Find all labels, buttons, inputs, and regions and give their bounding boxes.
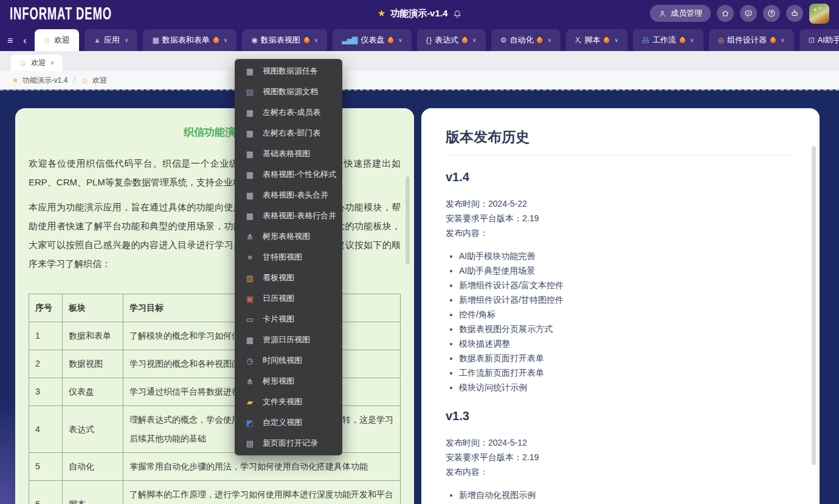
nav-item-label: 组件设计器 — [727, 35, 767, 46]
nav-item-icon: ⚙ — [500, 36, 506, 44]
dropdown-item[interactable]: ▤ 视图数据源文档 — [235, 81, 342, 102]
platform-requirement: 安装要求平台版本：2.19 — [446, 450, 795, 464]
breadcrumb-page[interactable]: ☺ 欢迎 — [81, 75, 107, 86]
nav-item-label: 工作流 — [652, 35, 676, 46]
dropdown-item[interactable]: ◷ 时间线视图 — [235, 350, 342, 371]
release-content-label: 发布内容： — [446, 226, 795, 240]
breadcrumb-separator: / — [73, 76, 75, 85]
home-button[interactable] — [717, 5, 734, 22]
nav-item[interactable]: ◎ 组件设计器 — [709, 29, 794, 51]
home-icon — [721, 9, 730, 18]
dropdown-item[interactable]: ▭ 卡片视图 — [235, 309, 342, 330]
dropdown-item[interactable]: ▦ 视图数据源任务 — [235, 61, 342, 81]
cell-goal: 掌握常用自动化步骤的用法，学习如何使用自动化搭建具体功能 — [123, 453, 401, 481]
nav-item-label: 应用 — [104, 35, 120, 46]
dropdown-item-label: 文件夹视图 — [263, 396, 302, 407]
release-item: 模块访问统计示例 — [459, 380, 795, 395]
fire-icon — [461, 36, 469, 44]
tab-welcome[interactable]: ☺ 欢迎 × — [11, 55, 63, 71]
nav-item[interactable]: X, 脚本 — [566, 29, 627, 51]
view-type-icon: ≡ — [245, 253, 255, 262]
cell-module: 仪表盘 — [63, 378, 123, 406]
dropdown-item-label: 左树右表-部门表 — [263, 128, 320, 139]
nav-item-label: AI助手 — [818, 35, 839, 46]
dropdown-item[interactable]: ▣ 日历视图 — [235, 288, 342, 309]
fire-icon — [212, 36, 220, 44]
dropdown-item-label: 看板视图 — [263, 272, 294, 283]
view-type-icon: ▣ — [245, 294, 255, 303]
column-header: 板块 — [63, 294, 123, 322]
hamburger-menu-icon[interactable]: ≡ — [7, 36, 13, 46]
nav-item[interactable]: 品 工作流 — [633, 29, 703, 51]
breadcrumb-page-label: 欢迎 — [92, 75, 107, 86]
nav-item[interactable]: ◉ 数据表视图 — [242, 29, 327, 51]
dropdown-item[interactable]: ⋔ 树形视图 — [235, 371, 342, 392]
cell-module: 表达式 — [63, 406, 123, 453]
nav-item[interactable]: ☺ 欢迎 — [35, 29, 79, 51]
cell-index: 3 — [29, 378, 63, 406]
column-header: 序号 — [29, 294, 63, 322]
member-management-button[interactable]: 成员管理 — [650, 5, 711, 22]
version-sections: v1.4 发布时间：2024-5-22 安装要求平台版本：2.19 发布内容： … — [446, 170, 795, 504]
view-type-icon: ⋔ — [245, 232, 255, 241]
cell-module: 数据和表单 — [63, 322, 123, 350]
module-nav: ≡ ‹ ☺ 欢迎 ▲ 应用 ▦ — [0, 27, 839, 51]
dropdown-item[interactable]: ▦ 左树右表-部门表 — [235, 123, 342, 143]
dropdown-item[interactable]: ▦ 表格视图-个性化样式 — [235, 164, 342, 185]
welcome-panel: 织信功能演示 欢迎各位使用织信低代码平台。织信是一个企业级低代码平台，可通过平台… — [15, 108, 414, 504]
nav-item[interactable]: { } 表达式 — [417, 29, 486, 51]
dropdown-item[interactable]: ▰ 文件夹视图 — [235, 392, 342, 412]
dropdown-item[interactable]: ≡ 甘特图视图 — [235, 247, 342, 268]
nav-item[interactable]: ⚙ 自动化 — [491, 29, 561, 51]
view-type-icon: ▦ — [245, 336, 255, 345]
help-button[interactable] — [763, 5, 780, 22]
bell-icon[interactable] — [452, 9, 461, 18]
cell-index: 2 — [29, 350, 63, 378]
cell-index: 1 — [29, 322, 63, 350]
dropdown-item-label: 自定义视图 — [263, 417, 302, 428]
table-row: 3 仪表盘 学习通过织信平台将数据进行可视化分析展示 — [29, 378, 401, 406]
app-title: ★ 功能演示-v1.4 — [378, 8, 462, 19]
user-avatar[interactable] — [809, 4, 829, 24]
view-type-icon: ⋔ — [245, 377, 255, 386]
release-scrollbar[interactable] — [812, 146, 816, 465]
dropdown-item[interactable]: ▥ 看板视图 — [235, 268, 342, 288]
release-item: AI助手典型使用场景 — [459, 263, 795, 278]
dropdown-item[interactable]: ⋔ 树形表格视图 — [235, 226, 342, 247]
close-icon[interactable]: × — [50, 58, 55, 67]
dropdown-item[interactable]: ▦ 表格视图-表头合并 — [235, 185, 342, 205]
dropdown-item[interactable]: ▦ 资源日历视图 — [235, 330, 342, 350]
nav-item-icon: ▲ — [94, 36, 100, 44]
dropdown-item[interactable]: ▦ 表格视图-表格行合并 — [235, 205, 342, 226]
breadcrumb-app-label: 功能演示-v1.4 — [22, 75, 68, 86]
chevron-down-icon — [690, 37, 694, 43]
chevron-down-icon — [547, 37, 551, 43]
dropdown-item[interactable]: ▤ 新页面打开记录 — [235, 433, 342, 454]
nav-item-label: 表达式 — [435, 35, 458, 46]
nav-item[interactable]: ▦ 数据表和表单 — [143, 29, 237, 51]
dropdown-item-label: 树形表格视图 — [263, 231, 310, 242]
view-type-icon: ▦ — [245, 212, 255, 221]
view-type-icon: ▦ — [245, 191, 255, 200]
nav-item[interactable]: ▃▅▇ 仪表盘 — [333, 29, 411, 51]
welcome-paragraph: 本应用为功能演示应用，旨在通过具体的功能向使用者介绍织信平台中的核心功能模块，帮… — [29, 198, 401, 273]
release-item: 数据表视图分页展示方式 — [459, 322, 795, 336]
chevron-down-icon — [314, 37, 319, 43]
breadcrumb-app[interactable]: ★ 功能演示-v1.4 — [12, 75, 67, 86]
release-date: 发布时间：2024-5-12 — [446, 435, 795, 450]
dropdown-item-label: 视图数据源文档 — [263, 86, 318, 97]
dropdown-item[interactable]: ◩ 自定义视图 — [235, 412, 342, 433]
welcome-scrollbar[interactable] — [406, 176, 410, 264]
dropdown-item[interactable]: ▦ 基础表格视图 — [235, 143, 342, 164]
table-row: 2 数据视图 学习视图的概念和各种视图的使用场景 — [29, 350, 401, 378]
dropdown-item[interactable]: ▦ 左树右表-成员表 — [235, 102, 342, 123]
nav-item[interactable]: ⊡ AI助手 — [799, 29, 839, 51]
nav-scroll-left-icon[interactable]: ‹ — [23, 36, 26, 46]
chevron-down-icon — [472, 37, 477, 43]
nav-item[interactable]: ▲ 应用 — [85, 29, 137, 51]
dropdown-item-label: 左树右表-成员表 — [263, 107, 320, 118]
smiley-icon: ☺ — [19, 58, 27, 67]
feedback-button[interactable] — [740, 5, 757, 22]
app-header: INFORMAT DEMO ★ 功能演示-v1.4 成员管理 — [0, 0, 839, 27]
assistant-button[interactable] — [786, 5, 803, 22]
